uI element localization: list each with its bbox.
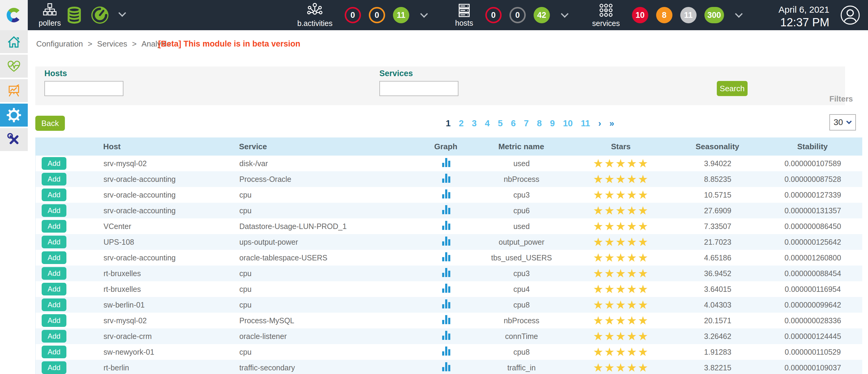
- search-button[interactable]: Search: [717, 81, 748, 96]
- graph-icon[interactable]: [442, 174, 450, 183]
- page-size-select[interactable]: 30: [829, 114, 856, 131]
- status-badge-green-fill[interactable]: 300: [705, 7, 724, 23]
- user-avatar[interactable]: [840, 5, 860, 26]
- last-page-icon[interactable]: »: [609, 118, 614, 128]
- add-button[interactable]: Add: [42, 267, 66, 280]
- status-badge-gray-outline[interactable]: 0: [509, 7, 526, 23]
- graph-icon[interactable]: [442, 221, 450, 230]
- add-button[interactable]: Add: [42, 361, 66, 374]
- filters-toggle[interactable]: Filters: [829, 94, 853, 104]
- graph-icon[interactable]: [442, 299, 450, 309]
- pollers-chevron-down-icon[interactable]: [120, 13, 125, 16]
- business-activities-chevron-down-icon[interactable]: [420, 10, 428, 18]
- status-badge-red-outline[interactable]: 0: [485, 7, 502, 23]
- graph-icon[interactable]: [442, 268, 450, 277]
- page-number[interactable]: 3: [472, 118, 476, 128]
- hosts-chevron-down-icon[interactable]: [561, 10, 568, 18]
- stability-cell: 0.000000127339: [763, 191, 863, 199]
- column-header-stars[interactable]: Stars: [569, 142, 672, 151]
- centreon-logo[interactable]: [0, 0, 28, 30]
- business-activities-group[interactable]: b.activities 0011: [297, 0, 427, 30]
- add-button[interactable]: Add: [42, 157, 66, 170]
- column-header-service[interactable]: Service: [225, 142, 418, 151]
- add-button[interactable]: Add: [42, 189, 66, 201]
- column-header-seasonality[interactable]: Seasonality: [672, 142, 763, 151]
- add-button[interactable]: Add: [42, 298, 66, 311]
- pollers-group[interactable]: pollers: [39, 0, 61, 30]
- add-button[interactable]: Add: [42, 173, 66, 185]
- table-row: Add srv-oracle-accounting oracle-tablesp…: [35, 250, 862, 265]
- status-badge-orange-fill[interactable]: 8: [656, 7, 673, 23]
- status-badge-gray-fill[interactable]: 11: [680, 7, 696, 23]
- status-badge-green-fill[interactable]: 42: [534, 7, 550, 23]
- graph-icon[interactable]: [442, 346, 450, 355]
- back-button[interactable]: Back: [35, 116, 65, 131]
- status-badge-red-fill[interactable]: 10: [632, 7, 648, 23]
- table-row: Add rt-berlin traffic-secondary traffic_…: [35, 360, 862, 374]
- poller-database-status-icon[interactable]: [65, 6, 83, 25]
- status-badge-orange-outline[interactable]: 0: [369, 7, 385, 23]
- sidebar-item-configuration[interactable]: [0, 104, 28, 126]
- add-button[interactable]: Add: [42, 283, 66, 295]
- add-button[interactable]: Add: [42, 220, 66, 233]
- heart-pulse-icon: [6, 59, 22, 74]
- hosts-filter-input[interactable]: [44, 81, 123, 96]
- graph-icon[interactable]: [442, 331, 450, 340]
- add-button[interactable]: Add: [42, 346, 66, 358]
- add-button[interactable]: Add: [42, 314, 66, 327]
- page-number[interactable]: 1: [446, 118, 451, 128]
- graph-icon[interactable]: [442, 315, 450, 324]
- breadcrumb-item[interactable]: Configuration: [36, 39, 83, 49]
- stars-rating: ★★★★★: [570, 158, 673, 169]
- hosts-group[interactable]: hosts 0042: [455, 0, 567, 30]
- graph-icon[interactable]: [442, 236, 450, 246]
- add-button[interactable]: Add: [42, 251, 66, 264]
- page-number[interactable]: 4: [485, 118, 490, 128]
- metric-name-cell: cpu3: [473, 269, 570, 278]
- status-badge-red-outline[interactable]: 0: [345, 7, 361, 23]
- stars-rating: ★★★★★: [570, 205, 673, 216]
- sidebar-item-administration[interactable]: [0, 128, 28, 151]
- poller-latency-status-icon[interactable]: [91, 6, 109, 26]
- add-button[interactable]: Add: [42, 330, 66, 343]
- business-activities-label: b.activities: [297, 19, 333, 28]
- metric-name-cell: connTime: [473, 332, 570, 341]
- add-button[interactable]: Add: [42, 204, 66, 217]
- services-chevron-down-icon[interactable]: [735, 10, 742, 18]
- graph-icon[interactable]: [442, 158, 450, 167]
- next-page-icon[interactable]: ›: [598, 118, 601, 128]
- seasonality-cell: 10.5715: [673, 191, 763, 199]
- results-table: Host Service Graph Metric name Stars Sea…: [35, 138, 862, 374]
- services-group[interactable]: services 10811300: [592, 0, 742, 30]
- column-header-graph[interactable]: Graph: [418, 142, 473, 151]
- stars-rating: ★★★★★: [570, 268, 673, 279]
- page-number[interactable]: 6: [511, 118, 516, 128]
- graph-icon[interactable]: [442, 362, 450, 371]
- sidebar-item-reporting[interactable]: [0, 79, 28, 102]
- page-number[interactable]: 5: [498, 118, 503, 128]
- column-header-metric-name[interactable]: Metric name: [473, 142, 569, 151]
- status-badge-green-fill[interactable]: 11: [393, 7, 409, 23]
- page-number[interactable]: 7: [524, 118, 529, 128]
- column-header-host[interactable]: Host: [90, 142, 225, 151]
- table-row: Add srv-oracle-crm oracle-listener connT…: [35, 328, 862, 344]
- graph-icon[interactable]: [442, 205, 450, 214]
- add-button[interactable]: Add: [42, 236, 66, 248]
- graph-icon[interactable]: [442, 284, 450, 293]
- graph-icon[interactable]: [442, 190, 450, 199]
- services-filter-input[interactable]: [379, 81, 459, 96]
- seasonality-cell: 3.64015: [673, 285, 763, 294]
- page-number[interactable]: 11: [581, 118, 590, 128]
- page-number[interactable]: 2: [459, 118, 464, 128]
- graph-icon[interactable]: [442, 252, 450, 261]
- stability-cell: 0.000000109037: [763, 364, 863, 372]
- breadcrumb-item[interactable]: Services: [97, 39, 127, 49]
- page-number[interactable]: 8: [537, 118, 542, 128]
- hosts-filter-label: Hosts: [44, 69, 123, 78]
- page-number[interactable]: 9: [550, 118, 555, 128]
- column-header-stability[interactable]: Stability: [763, 142, 862, 151]
- sidebar-item-monitoring[interactable]: [0, 55, 28, 78]
- page-number[interactable]: 10: [563, 118, 572, 128]
- sidebar-item-home[interactable]: [0, 30, 28, 53]
- metric-name-cell: used: [473, 159, 570, 168]
